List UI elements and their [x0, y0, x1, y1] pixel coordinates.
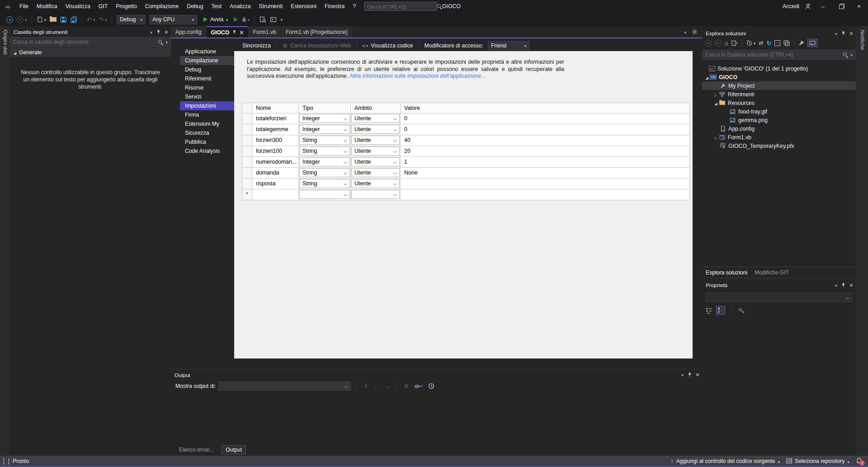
scope-combo[interactable]: Utente	[351, 168, 400, 177]
show-all-files-icon[interactable]	[783, 40, 790, 46]
settings-nav-firma[interactable]: Firma	[180, 110, 234, 119]
open-folder-icon[interactable]	[50, 17, 57, 22]
setting-value[interactable]	[401, 178, 690, 189]
clear-all-icon[interactable]: ≣	[404, 383, 408, 389]
editor-options-gear-icon[interactable]	[692, 29, 698, 35]
home-icon[interactable]	[725, 40, 728, 47]
settings-nav-sicurezza[interactable]: Sicurezza	[180, 128, 234, 137]
load-web-settings-button[interactable]: Carica impostazioni Web	[279, 42, 354, 49]
menu-analizza[interactable]: Analizza	[226, 0, 255, 13]
setting-value[interactable]: 1	[401, 156, 690, 167]
refresh-icon[interactable]	[766, 40, 771, 47]
menu-finestra[interactable]: Finestra	[321, 0, 349, 13]
tree-item-temporary-key-pfx[interactable]: GIOCO_TemporaryKey.pfx	[702, 142, 856, 150]
platform-dropdown[interactable]: Any CPU	[149, 15, 197, 24]
access-modifier-dropdown[interactable]: Friend	[488, 41, 529, 50]
menu-file[interactable]: File	[15, 0, 33, 13]
error-list-tab[interactable]: Elenco errori...	[175, 446, 218, 454]
menu-visualizza[interactable]: Visualizza	[61, 0, 94, 13]
pin-icon[interactable]	[688, 372, 692, 377]
add-source-control-button[interactable]: Aggiungi al controllo del codice sorgent…	[670, 458, 780, 464]
close-button[interactable]	[850, 0, 868, 13]
pin-icon[interactable]	[841, 283, 845, 288]
type-combo[interactable]	[299, 190, 350, 199]
menu-help[interactable]: ?	[349, 0, 360, 13]
tree-item-gemma-png[interactable]: gemma.png	[702, 116, 856, 124]
menu-progetto[interactable]: Progetto	[112, 0, 141, 13]
alphabetical-sort-icon[interactable]: AZ ↓	[716, 306, 725, 315]
expander-icon[interactable]	[713, 100, 719, 106]
window-position-icon[interactable]	[150, 29, 152, 35]
user-account-icon[interactable]	[802, 0, 814, 13]
solution-explorer-shortcut-icon[interactable]	[270, 16, 277, 23]
type-combo[interactable]: String	[299, 146, 350, 156]
tab-form1-vb-design[interactable]: Form1.vb [Progettazione]	[281, 26, 352, 38]
col-tipo[interactable]: Tipo	[299, 103, 351, 113]
notifications-bell-button[interactable]: 1	[856, 458, 863, 464]
settings-nav-servizi[interactable]: Servizi	[180, 92, 234, 101]
close-icon[interactable]	[165, 28, 168, 36]
sign-in-button[interactable]: Accedi	[783, 3, 799, 9]
tree-item-app-config[interactable]: App.config	[702, 124, 856, 133]
new-project-icon[interactable]	[37, 16, 47, 23]
tree-item-my-project[interactable]: My Project	[702, 81, 856, 90]
type-combo[interactable]: String	[299, 136, 350, 145]
data-sources-vertical-tab[interactable]: Origini dati	[2, 30, 8, 55]
minimize-button[interactable]	[814, 0, 832, 13]
sync-button[interactable]: Sincronizza	[240, 42, 274, 49]
menu-git[interactable]: GIT	[94, 0, 112, 13]
toolbar-overflow-icon[interactable]: ▾	[280, 17, 283, 22]
col-nome[interactable]: Nome	[252, 103, 299, 113]
word-wrap-icon[interactable]: ab↵	[415, 383, 424, 389]
settings-nav-debug[interactable]: Debug	[180, 65, 234, 74]
pending-changes-filter-icon[interactable]	[746, 40, 756, 46]
tree-item-food-tray-gif[interactable]: food-tray.gif	[702, 107, 856, 116]
settings-nav-impostazioni[interactable]: Impostazioni	[180, 101, 234, 110]
window-position-icon[interactable]	[835, 282, 837, 288]
find-in-files-icon[interactable]	[259, 16, 266, 23]
expander-icon[interactable]	[713, 134, 719, 141]
menu-debug[interactable]: Debug	[183, 0, 207, 13]
global-search-box[interactable]	[364, 2, 437, 11]
start-debug-button[interactable]: Avvia	[203, 16, 228, 23]
settings-nav-pubblica[interactable]: Pubblica	[180, 137, 234, 146]
pin-icon[interactable]	[232, 30, 236, 35]
tab-form1-vb[interactable]: Form1.vb	[248, 26, 280, 38]
properties-pages-icon[interactable]	[807, 39, 817, 47]
scope-combo[interactable]	[351, 190, 400, 199]
setting-value[interactable]: None	[401, 167, 690, 178]
menu-estensioni[interactable]: Estensioni	[287, 0, 321, 13]
menu-modifica[interactable]: Modifica	[33, 0, 61, 13]
col-ambito[interactable]: Ambito	[351, 103, 401, 113]
switch-views-icon[interactable]	[731, 40, 738, 46]
start-without-debug-icon[interactable]	[234, 17, 238, 22]
timestamp-icon[interactable]	[428, 383, 434, 390]
tab-app-config[interactable]: App.config	[171, 26, 206, 38]
hot-reload-icon[interactable]	[241, 16, 250, 23]
setting-value[interactable]: 0	[401, 124, 690, 135]
collapse-all-icon[interactable]: −	[774, 40, 780, 46]
select-repository-button[interactable]: Seleziona repository	[786, 458, 849, 464]
expander-icon[interactable]	[713, 91, 719, 98]
save-all-icon[interactable]	[71, 16, 77, 23]
navigate-back-icon[interactable]: ◂	[6, 16, 13, 23]
tab-gioco[interactable]: GIOCO	[207, 26, 248, 38]
undo-icon[interactable]	[87, 16, 95, 23]
chevron-down-icon[interactable]	[850, 52, 853, 58]
scope-combo[interactable]: Utente	[351, 125, 400, 134]
categorized-view-icon[interactable]	[706, 307, 712, 314]
col-valore[interactable]: Valore	[401, 103, 690, 113]
restore-button[interactable]	[832, 0, 850, 13]
solution-explorer-tab[interactable]: Esplora soluzioni	[706, 269, 747, 276]
close-icon[interactable]	[240, 29, 243, 36]
redo-icon[interactable]	[99, 16, 107, 23]
scope-combo[interactable]: Utente	[351, 157, 400, 166]
chevron-down-icon[interactable]	[165, 39, 168, 45]
type-combo[interactable]: Integer	[299, 125, 350, 134]
expander-icon[interactable]	[704, 74, 710, 80]
menu-strumenti[interactable]: Strumenti	[255, 0, 287, 13]
configuration-dropdown[interactable]: Debug	[117, 15, 146, 24]
setting-value[interactable]	[401, 189, 690, 200]
background-tasks-icon[interactable]	[4, 458, 9, 464]
scope-combo[interactable]: Utente	[351, 146, 400, 156]
